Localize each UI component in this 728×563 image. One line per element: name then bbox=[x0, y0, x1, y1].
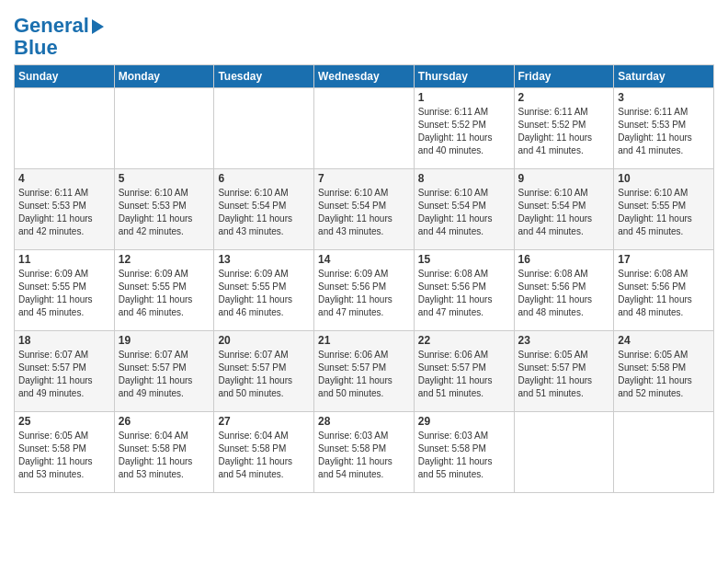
day-info: Sunrise: 6:10 AM Sunset: 5:55 PM Dayligh… bbox=[618, 188, 692, 236]
day-info: Sunrise: 6:11 AM Sunset: 5:52 PM Dayligh… bbox=[418, 107, 493, 155]
day-info: Sunrise: 6:10 AM Sunset: 5:54 PM Dayligh… bbox=[418, 188, 493, 236]
day-number: 23 bbox=[518, 334, 610, 347]
day-info: Sunrise: 6:07 AM Sunset: 5:57 PM Dayligh… bbox=[218, 350, 292, 398]
day-number: 14 bbox=[318, 253, 410, 266]
day-number: 24 bbox=[618, 334, 710, 347]
calendar-cell: 6Sunrise: 6:10 AM Sunset: 5:54 PM Daylig… bbox=[214, 169, 314, 250]
day-info: Sunrise: 6:07 AM Sunset: 5:57 PM Dayligh… bbox=[119, 350, 193, 398]
day-info: Sunrise: 6:08 AM Sunset: 5:56 PM Dayligh… bbox=[618, 269, 692, 317]
day-info: Sunrise: 6:04 AM Sunset: 5:58 PM Dayligh… bbox=[119, 431, 193, 479]
calendar-cell: 28Sunrise: 6:03 AM Sunset: 5:58 PM Dayli… bbox=[314, 412, 415, 493]
day-info: Sunrise: 6:04 AM Sunset: 5:58 PM Dayligh… bbox=[218, 431, 292, 479]
calendar-cell: 24Sunrise: 6:05 AM Sunset: 5:58 PM Dayli… bbox=[614, 331, 714, 412]
day-number: 6 bbox=[218, 172, 310, 185]
calendar-cell bbox=[15, 88, 115, 169]
calendar-cell: 20Sunrise: 6:07 AM Sunset: 5:57 PM Dayli… bbox=[214, 331, 314, 412]
day-info: Sunrise: 6:06 AM Sunset: 5:57 PM Dayligh… bbox=[418, 350, 493, 398]
day-number: 25 bbox=[18, 415, 110, 428]
day-number: 15 bbox=[418, 253, 510, 266]
day-number: 5 bbox=[119, 172, 210, 185]
day-info: Sunrise: 6:10 AM Sunset: 5:54 PM Dayligh… bbox=[318, 188, 392, 236]
calendar-cell: 7Sunrise: 6:10 AM Sunset: 5:54 PM Daylig… bbox=[314, 169, 415, 250]
calendar-table: SundayMondayTuesdayWednesdayThursdayFrid… bbox=[14, 64, 714, 493]
day-number: 28 bbox=[318, 415, 410, 428]
calendar-header-row: SundayMondayTuesdayWednesdayThursdayFrid… bbox=[15, 65, 714, 88]
day-number: 12 bbox=[119, 253, 210, 266]
calendar-cell: 9Sunrise: 6:10 AM Sunset: 5:54 PM Daylig… bbox=[514, 169, 614, 250]
day-info: Sunrise: 6:10 AM Sunset: 5:54 PM Dayligh… bbox=[518, 188, 593, 236]
day-number: 16 bbox=[518, 253, 610, 266]
calendar-cell: 10Sunrise: 6:10 AM Sunset: 5:55 PM Dayli… bbox=[614, 169, 714, 250]
day-number: 11 bbox=[18, 253, 110, 266]
header: General Blue bbox=[14, 9, 714, 59]
calendar-body: 1Sunrise: 6:11 AM Sunset: 5:52 PM Daylig… bbox=[15, 88, 714, 493]
calendar-cell: 23Sunrise: 6:05 AM Sunset: 5:57 PM Dayli… bbox=[514, 331, 614, 412]
day-header: Tuesday bbox=[214, 65, 314, 88]
day-number: 8 bbox=[418, 172, 510, 185]
day-info: Sunrise: 6:09 AM Sunset: 5:55 PM Dayligh… bbox=[218, 269, 292, 317]
calendar-week-row: 25Sunrise: 6:05 AM Sunset: 5:58 PM Dayli… bbox=[15, 412, 714, 493]
calendar-cell: 15Sunrise: 6:08 AM Sunset: 5:56 PM Dayli… bbox=[414, 250, 514, 331]
calendar-cell: 25Sunrise: 6:05 AM Sunset: 5:58 PM Dayli… bbox=[15, 412, 115, 493]
day-header: Wednesday bbox=[314, 65, 415, 88]
day-header: Saturday bbox=[614, 65, 714, 88]
day-info: Sunrise: 6:11 AM Sunset: 5:52 PM Dayligh… bbox=[518, 107, 593, 155]
day-info: Sunrise: 6:08 AM Sunset: 5:56 PM Dayligh… bbox=[518, 269, 593, 317]
day-number: 9 bbox=[518, 172, 610, 185]
calendar-week-row: 18Sunrise: 6:07 AM Sunset: 5:57 PM Dayli… bbox=[15, 331, 714, 412]
calendar-cell bbox=[514, 412, 614, 493]
calendar-week-row: 4Sunrise: 6:11 AM Sunset: 5:53 PM Daylig… bbox=[15, 169, 714, 250]
day-number: 3 bbox=[618, 91, 710, 104]
day-header: Thursday bbox=[414, 65, 514, 88]
calendar-cell: 17Sunrise: 6:08 AM Sunset: 5:56 PM Dayli… bbox=[614, 250, 714, 331]
logo: General Blue bbox=[14, 15, 104, 59]
day-info: Sunrise: 6:11 AM Sunset: 5:53 PM Dayligh… bbox=[18, 188, 93, 236]
day-number: 2 bbox=[518, 91, 610, 104]
day-info: Sunrise: 6:05 AM Sunset: 5:58 PM Dayligh… bbox=[618, 350, 692, 398]
day-info: Sunrise: 6:09 AM Sunset: 5:55 PM Dayligh… bbox=[18, 269, 93, 317]
calendar-cell: 26Sunrise: 6:04 AM Sunset: 5:58 PM Dayli… bbox=[114, 412, 214, 493]
calendar-cell: 27Sunrise: 6:04 AM Sunset: 5:58 PM Dayli… bbox=[214, 412, 314, 493]
day-number: 17 bbox=[618, 253, 710, 266]
day-info: Sunrise: 6:09 AM Sunset: 5:56 PM Dayligh… bbox=[318, 269, 392, 317]
day-number: 26 bbox=[119, 415, 210, 428]
day-info: Sunrise: 6:11 AM Sunset: 5:53 PM Dayligh… bbox=[618, 107, 692, 155]
calendar-cell: 19Sunrise: 6:07 AM Sunset: 5:57 PM Dayli… bbox=[114, 331, 214, 412]
day-number: 10 bbox=[618, 172, 710, 185]
calendar-cell: 21Sunrise: 6:06 AM Sunset: 5:57 PM Dayli… bbox=[314, 331, 415, 412]
day-info: Sunrise: 6:07 AM Sunset: 5:57 PM Dayligh… bbox=[18, 350, 93, 398]
day-info: Sunrise: 6:03 AM Sunset: 5:58 PM Dayligh… bbox=[418, 431, 493, 479]
day-number: 4 bbox=[18, 172, 110, 185]
day-info: Sunrise: 6:10 AM Sunset: 5:53 PM Dayligh… bbox=[119, 188, 193, 236]
logo-text: General bbox=[14, 15, 104, 37]
day-number: 22 bbox=[418, 334, 510, 347]
day-header: Sunday bbox=[15, 65, 115, 88]
day-info: Sunrise: 6:08 AM Sunset: 5:56 PM Dayligh… bbox=[418, 269, 493, 317]
calendar-cell bbox=[314, 88, 415, 169]
day-info: Sunrise: 6:10 AM Sunset: 5:54 PM Dayligh… bbox=[218, 188, 292, 236]
calendar-cell bbox=[114, 88, 214, 169]
calendar-cell: 2Sunrise: 6:11 AM Sunset: 5:52 PM Daylig… bbox=[514, 88, 614, 169]
logo-text2: Blue bbox=[14, 37, 58, 59]
calendar-cell: 12Sunrise: 6:09 AM Sunset: 5:55 PM Dayli… bbox=[114, 250, 214, 331]
calendar-cell bbox=[214, 88, 314, 169]
day-header: Friday bbox=[514, 65, 614, 88]
calendar-cell: 8Sunrise: 6:10 AM Sunset: 5:54 PM Daylig… bbox=[414, 169, 514, 250]
day-number: 13 bbox=[218, 253, 310, 266]
calendar-cell: 1Sunrise: 6:11 AM Sunset: 5:52 PM Daylig… bbox=[414, 88, 514, 169]
calendar-cell: 4Sunrise: 6:11 AM Sunset: 5:53 PM Daylig… bbox=[15, 169, 115, 250]
day-info: Sunrise: 6:06 AM Sunset: 5:57 PM Dayligh… bbox=[318, 350, 392, 398]
calendar-cell: 13Sunrise: 6:09 AM Sunset: 5:55 PM Dayli… bbox=[214, 250, 314, 331]
calendar-cell: 14Sunrise: 6:09 AM Sunset: 5:56 PM Dayli… bbox=[314, 250, 415, 331]
day-info: Sunrise: 6:05 AM Sunset: 5:58 PM Dayligh… bbox=[18, 431, 93, 479]
day-number: 20 bbox=[218, 334, 310, 347]
calendar-cell: 16Sunrise: 6:08 AM Sunset: 5:56 PM Dayli… bbox=[514, 250, 614, 331]
day-info: Sunrise: 6:09 AM Sunset: 5:55 PM Dayligh… bbox=[119, 269, 193, 317]
calendar-cell: 5Sunrise: 6:10 AM Sunset: 5:53 PM Daylig… bbox=[114, 169, 214, 250]
day-number: 18 bbox=[18, 334, 110, 347]
calendar-cell: 22Sunrise: 6:06 AM Sunset: 5:57 PM Dayli… bbox=[414, 331, 514, 412]
day-info: Sunrise: 6:03 AM Sunset: 5:58 PM Dayligh… bbox=[318, 431, 392, 479]
day-number: 1 bbox=[418, 91, 510, 104]
calendar-week-row: 11Sunrise: 6:09 AM Sunset: 5:55 PM Dayli… bbox=[15, 250, 714, 331]
calendar-cell: 29Sunrise: 6:03 AM Sunset: 5:58 PM Dayli… bbox=[414, 412, 514, 493]
